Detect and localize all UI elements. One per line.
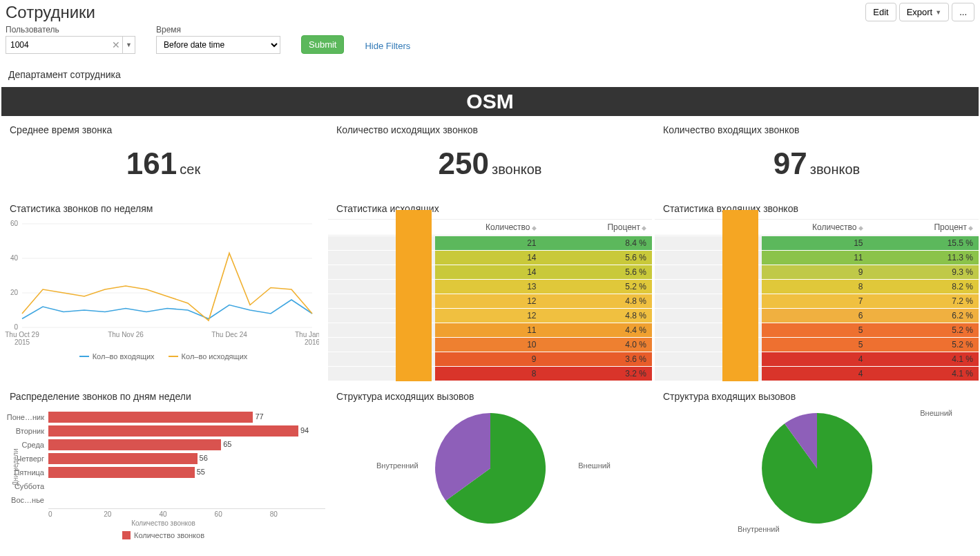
table-row: 244.1 % [655,367,979,381]
table-row: 488.2 % [655,280,979,294]
dow-yaxis: Дни недели [12,448,19,486]
metric-in-title: Количество входящих звонков [655,117,979,140]
table-row: 10104.0 % [328,338,652,352]
svg-text:60: 60 [10,220,19,227]
table-row: 91515.5 % [655,236,979,250]
metric-in-value: 97 [774,146,807,180]
legend-out: Кол–во исходящих [182,352,248,361]
table-row: 53145.6 % [328,265,652,279]
bar-row: Четверг56 [6,452,314,466]
metric-out-unit: звонков [492,162,541,177]
bar-row: Пятница55 [6,466,314,479]
table-row: 19145.6 % [328,251,652,265]
pie-label-external: Внешний [578,461,611,470]
filter-user-label: Пользователь [6,25,135,35]
metric-avg-unit: сек [180,162,200,177]
pie-label-internal: Внутренний [376,461,419,470]
out-stats-title: Статистика исходящих [328,196,652,218]
metric-out-title: Количество исходящих звонков [328,117,652,140]
table-row: 355.2 % [655,323,979,337]
table-row: 366.2 % [655,309,979,323]
sort-icon[interactable]: ◆ [858,224,863,231]
edit-button[interactable]: Edit [865,3,896,21]
svg-text:Thu Oct 29: Thu Oct 29 [5,331,39,338]
filter-time-select[interactable]: Before date time [156,36,280,54]
table-row: 077.2 % [655,294,979,308]
pie-in-chart: Внешний Внутренний [655,406,979,535]
in-stats-table: Номер◆ Количество◆ Процент◆ 91515.5 %311… [655,218,979,381]
dow-title: Распределение звонков по дням недели [1,384,325,406]
weekly-title: Статистика звонков по неделям [1,196,325,218]
bar-row: Поне…ник77 [6,410,314,424]
page-title: Сотрудники [6,3,95,22]
clear-icon[interactable]: ✕ [112,39,120,50]
metric-out-value: 250 [439,146,489,180]
filter-time-label: Время [156,25,280,35]
table-row: 14124.8 % [328,294,652,308]
dow-legend: Количество звонков [134,531,204,539]
table-row: 444.1 % [655,352,979,366]
table-row: 4483.2 % [328,367,652,381]
bar-row: Среда65 [6,438,314,452]
bar-row: Вос…нье [6,493,314,507]
chevron-down-icon: ▼ [935,9,941,16]
col-pct[interactable]: Процент [607,222,640,232]
sort-icon[interactable]: ◆ [642,224,646,231]
table-row: 2055.2 % [655,338,979,352]
dow-xlabel: Количество звонков [1,519,325,527]
chevron-down-icon[interactable]: ▼ [123,36,135,54]
legend-in: Кол–во входящих [93,352,155,361]
svg-text:Thu Dec 24: Thu Dec 24 [211,331,247,338]
department-value: OSM [1,87,979,116]
svg-text:Thu Jan 21: Thu Jan 21 [295,331,319,338]
sort-icon[interactable]: ◆ [532,224,537,231]
more-button[interactable]: ... [952,3,974,21]
hide-filters-link[interactable]: Hide Filters [365,41,410,54]
table-row: 00218.4 % [328,236,652,250]
svg-text:Thu Nov 26: Thu Nov 26 [108,331,144,338]
table-row: 13114.4 % [328,323,652,337]
pie-out-title: Структура исходящих вызовов [328,384,652,406]
pie-in-title: Структура входящих вызовов [655,384,979,406]
in-stats-title: Статистика входящих звонков [655,196,979,218]
table-row: 94124.8 % [328,309,652,323]
table-row: 20135.2 % [328,280,652,294]
department-label: Департамент сотрудника [0,62,980,87]
dow-chart: Поне…ник77Вторник94Среда65Четверг56Пятни… [1,406,325,508]
table-row: 31111.3 % [655,251,979,265]
filter-user-input[interactable] [6,36,123,54]
sort-icon[interactable]: ◆ [968,224,973,231]
metric-in-unit: звонков [810,162,860,177]
bar-row: Вторник94 [6,424,314,438]
scrollbar[interactable] [396,210,432,381]
pie-label-internal: Внутренний [738,525,780,533]
bar-row: Суббота [6,479,314,493]
svg-text:2015: 2015 [15,338,30,346]
out-stats-table: Номер◆ Количество◆ Процент◆ 00218.4 %191… [328,218,652,381]
export-label: Export [907,7,933,17]
col-cnt[interactable]: Количество [812,222,856,232]
submit-button[interactable]: Submit [301,35,344,54]
metric-avg-value: 161 [126,146,177,180]
table-row: 399.3 % [655,265,979,279]
svg-text:2016: 2016 [305,338,319,346]
export-button[interactable]: Export ▼ [899,3,950,21]
metric-avg-title: Среднее время звонка [1,117,325,140]
col-cnt[interactable]: Количество [486,222,530,232]
pie-label-external: Внешний [920,409,952,417]
svg-text:0: 0 [14,323,18,331]
scrollbar[interactable] [722,210,758,381]
svg-text:40: 40 [10,254,19,262]
weekly-chart: 0204060Thu Oct 292015Thu Nov 26Thu Dec 2… [1,218,319,349]
pie-out-chart: Внутренний Внешний [328,406,652,535]
table-row: 9893.6 % [328,352,652,366]
svg-text:20: 20 [10,289,19,296]
col-pct[interactable]: Процент [934,222,967,232]
